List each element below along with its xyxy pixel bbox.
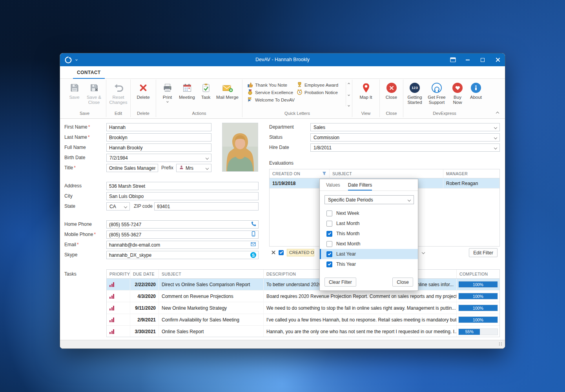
department-select[interactable]: Sales <box>310 123 500 131</box>
quick-letters-scrollbar[interactable] <box>346 82 350 106</box>
address-label: Address <box>64 182 82 190</box>
edit-filter-button[interactable]: Edit Filter <box>469 248 498 257</box>
thank-you-note-item[interactable]: Thank You Note <box>247 81 295 89</box>
mobile-phone-input[interactable] <box>107 232 251 238</box>
employee-award-item[interactable]: Employee Award <box>297 81 338 89</box>
zip-input[interactable] <box>154 202 259 211</box>
checkbox[interactable] <box>326 241 332 247</box>
mail-merge-button[interactable]: Mail Merge <box>215 81 240 100</box>
remove-filter-icon[interactable] <box>272 250 275 254</box>
full-name-input[interactable] <box>106 143 211 152</box>
tasks-col-due-date[interactable]: DUE DATE <box>130 270 159 278</box>
checkbox[interactable] <box>326 251 332 257</box>
filter-dropdown-icon[interactable] <box>422 251 425 254</box>
task-button[interactable]: Task <box>198 81 214 100</box>
filter-option-next-month[interactable]: Next Month <box>320 239 418 249</box>
reset-changes-button[interactable]: Reset Changes <box>108 81 129 105</box>
delete-button[interactable]: Delete <box>133 81 153 100</box>
map-it-button[interactable]: Map It <box>356 81 376 100</box>
tab-contact[interactable]: CONTACT <box>73 66 105 79</box>
evaluations-col-created-on[interactable]: CREATED ON <box>270 169 330 178</box>
task-row[interactable]: 9/11/2020 New Online Marketing Strategy … <box>107 302 499 314</box>
filter-option-next-week[interactable]: Next Week <box>320 208 418 218</box>
tab-values[interactable]: Values <box>326 179 340 191</box>
group-label-view: View <box>352 111 379 117</box>
tasks-col-subject[interactable]: SUBJECT <box>159 270 264 278</box>
evaluations-col-subject[interactable]: SUBJECT <box>330 169 443 178</box>
app-window: DevAV - Hannah Brookly CONTACT Save <box>60 53 505 349</box>
maximize-button[interactable] <box>475 53 490 66</box>
titlebar[interactable]: DevAV - Hannah Brookly <box>60 53 505 66</box>
email-input[interactable] <box>107 242 250 248</box>
city-input[interactable] <box>106 192 259 200</box>
meeting-button[interactable]: Meeting <box>177 81 197 100</box>
tasks-section-label: Tasks <box>64 271 77 277</box>
task-row[interactable]: 3/30/2021 Online Sales Report Hannah, yo… <box>107 326 499 337</box>
completion-bar: 100% <box>458 293 498 299</box>
state-select[interactable]: CA <box>106 202 130 211</box>
filter-criteria-chip[interactable]: CREATED O <box>287 249 314 256</box>
task-row[interactable]: 2/22/2020 Direct vs Online Sales Compari… <box>107 279 499 290</box>
title-input[interactable] <box>106 164 158 172</box>
save-and-close-button[interactable]: Save & Close <box>84 81 104 105</box>
filter-enabled-checkbox[interactable] <box>279 250 284 255</box>
window-title: DevAV - Hannah Brookly <box>255 53 310 66</box>
address-input[interactable] <box>106 182 259 190</box>
checkbox[interactable] <box>326 261 332 267</box>
welcome-to-devav-item[interactable]: Welcome To DevAV <box>247 96 295 103</box>
probation-notice-item[interactable]: Probation Notice <box>297 89 338 96</box>
clear-filter-button[interactable]: Clear Filter <box>324 278 356 287</box>
get-free-support-button[interactable]: Get Free Support <box>426 81 448 105</box>
close-window-button[interactable] <box>490 53 505 66</box>
quick-access-chevron-icon[interactable] <box>75 58 78 61</box>
collapse-ribbon-button[interactable] <box>496 112 499 115</box>
last-name-input[interactable] <box>106 133 211 142</box>
home-phone-input[interactable] <box>107 222 251 227</box>
first-name-input[interactable] <box>106 123 211 131</box>
period-type-select[interactable]: Specific Date Periods <box>324 195 414 204</box>
evaluations-col-manager[interactable]: MANAGER <box>443 169 499 178</box>
filter-option-this-year[interactable]: This Year <box>320 259 418 269</box>
home-phone-field[interactable] <box>106 220 259 229</box>
checkbox[interactable] <box>326 221 332 227</box>
skype-input[interactable] <box>107 252 250 258</box>
ribbon-group-close: Close Close <box>380 80 403 117</box>
tasks-col-completion[interactable]: COMPLETION <box>457 270 499 278</box>
scroll-up-icon[interactable] <box>348 83 350 85</box>
popup-close-button[interactable]: Close <box>392 278 413 287</box>
skype-field[interactable] <box>106 251 259 259</box>
filter-funnel-icon[interactable] <box>322 171 326 176</box>
getting-started-button[interactable]: 123 Getting Started <box>405 81 425 105</box>
gallery-more-icon[interactable] <box>348 104 350 107</box>
tab-date-filters[interactable]: Date Filters <box>348 179 372 191</box>
hire-date-select[interactable]: 1/8/2011 <box>310 143 500 152</box>
scroll-down-icon[interactable] <box>348 94 350 96</box>
medal-icon <box>247 89 253 96</box>
filter-option-last-year[interactable]: Last Year <box>320 249 418 259</box>
ribbon-group-actions: Print Meeting Task <box>156 80 242 117</box>
buy-now-button[interactable]: Buy Now <box>448 81 467 105</box>
birth-date-select[interactable]: 7/2/1984 <box>106 154 211 162</box>
status-select[interactable]: Commission <box>310 133 500 142</box>
tasks-col-priority[interactable]: PRIORITY <box>107 270 130 278</box>
filter-option-last-month[interactable]: Last Month <box>320 218 418 229</box>
mobile-phone-field[interactable] <box>106 230 259 239</box>
service-excellence-item[interactable]: Service Excellence <box>247 89 295 96</box>
checkbox[interactable] <box>326 211 332 216</box>
about-button[interactable]: About <box>467 81 485 100</box>
filter-option-this-month[interactable]: This Month <box>320 229 418 239</box>
checkbox[interactable] <box>326 231 332 237</box>
task-row[interactable]: 4/3/2020 Comment on Revenue Projections … <box>107 290 499 302</box>
prefix-select[interactable]: Mrs <box>176 164 211 172</box>
minimize-button[interactable] <box>460 53 475 66</box>
print-button[interactable]: Print <box>159 81 177 102</box>
ribbon-display-options-button[interactable] <box>445 53 460 66</box>
save-button[interactable]: Save <box>66 81 84 100</box>
ribbon-group-edit: Reset Changes Edit <box>106 80 131 117</box>
close-record-button[interactable]: Close <box>382 81 401 100</box>
task-row[interactable]: 2/9/2021 Confirm Availability for Sales … <box>107 314 499 326</box>
status-label: Status <box>269 133 282 142</box>
ribbon-display-options-icon <box>450 57 456 62</box>
email-field[interactable] <box>106 241 259 249</box>
resize-grip[interactable] <box>499 343 503 347</box>
